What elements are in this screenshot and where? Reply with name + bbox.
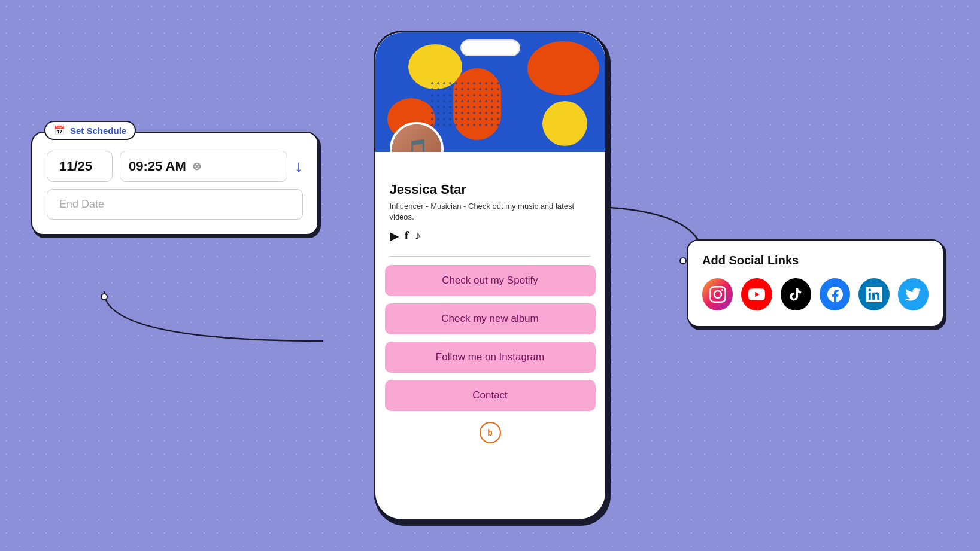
blob-yellow-bottom-right <box>542 101 587 146</box>
link-btn-instagram[interactable]: Follow me on Instagram <box>385 342 596 373</box>
connector-dot-schedule <box>101 293 108 300</box>
twitter-icon[interactable] <box>898 278 929 310</box>
facebook-small-icon[interactable]: 𝐟 <box>405 229 409 242</box>
arrow-down-icon[interactable]: ↓ <box>295 157 303 176</box>
end-date-field[interactable]: End Date <box>47 189 303 220</box>
profile-section: Jessica Star Influencer - Musician - Che… <box>375 182 605 256</box>
schedule-panel: 📅 Set Schedule 11/25 09:25 AM ⊗ ↓ End Da… <box>31 132 318 235</box>
social-links-panel: Add Social Links <box>687 239 944 327</box>
calendar-icon: 📅 <box>54 125 65 136</box>
instagram-icon[interactable] <box>702 278 733 310</box>
time-field[interactable]: 09:25 AM ⊗ <box>120 151 287 182</box>
social-panel-title: Add Social Links <box>702 254 929 267</box>
tiktok-small-icon[interactable]: ♪ <box>415 229 421 242</box>
profile-bio: Influencer - Musician - Check out my mus… <box>390 201 591 223</box>
schedule-header[interactable]: 📅 Set Schedule <box>44 121 136 140</box>
facebook-icon[interactable] <box>820 278 850 310</box>
schedule-row: 11/25 09:25 AM ⊗ ↓ <box>47 151 303 182</box>
phone-bottom: b <box>375 411 605 449</box>
divider <box>390 256 591 257</box>
connector-dot-social <box>679 257 687 264</box>
blob-orange-top-right <box>527 41 599 95</box>
time-value: 09:25 AM <box>129 159 186 174</box>
avatar-image: 🎵 <box>392 124 441 152</box>
link-buttons-list: Check out my Spotify Check my new album … <box>375 265 605 411</box>
phone-notch <box>460 39 520 56</box>
profile-name: Jessica Star <box>390 182 591 197</box>
linkedin-icon[interactable] <box>858 278 889 310</box>
social-icons-large-row <box>702 278 929 310</box>
phone-mockup: 🎵 Jessica Star Influencer - Musician - C… <box>374 31 607 521</box>
phone-inner: 🎵 Jessica Star Influencer - Musician - C… <box>375 32 605 519</box>
tiktok-icon[interactable] <box>781 278 811 310</box>
link-btn-album[interactable]: Check my new album <box>385 303 596 334</box>
date-field[interactable]: 11/25 <box>47 151 113 182</box>
clear-icon[interactable]: ⊗ <box>192 160 201 173</box>
youtube-icon[interactable] <box>741 278 772 310</box>
bio-logo: b <box>480 422 501 443</box>
dots-pattern <box>429 80 501 128</box>
profile-social-row: ▶ 𝐟 ♪ <box>390 229 591 243</box>
link-btn-contact[interactable]: Contact <box>385 380 596 411</box>
link-btn-spotify[interactable]: Check out my Spotify <box>385 265 596 296</box>
youtube-small-icon[interactable]: ▶ <box>390 229 399 243</box>
schedule-header-label: Set Schedule <box>70 126 126 136</box>
